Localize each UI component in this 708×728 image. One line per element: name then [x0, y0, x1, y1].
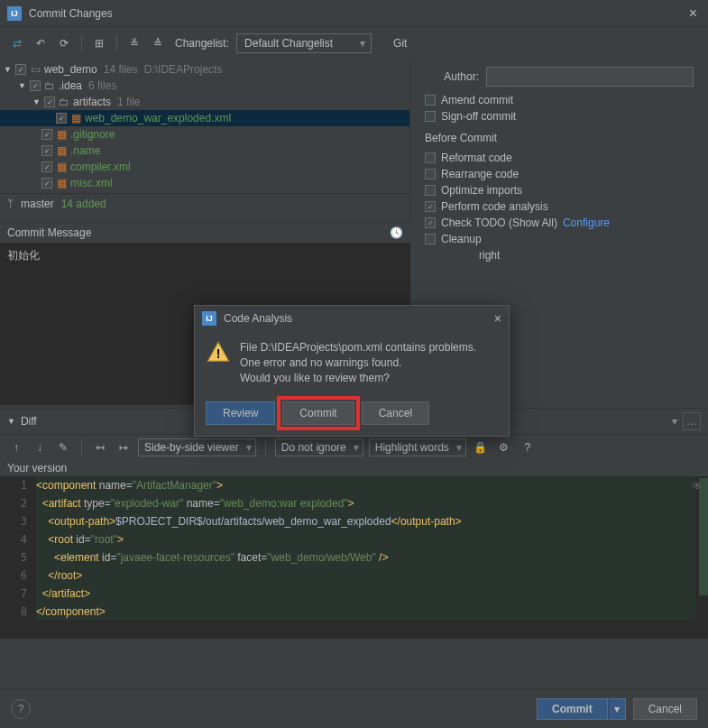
checkbox[interactable]	[41, 161, 52, 172]
changelist-dropdown[interactable]: Default Changelist	[236, 33, 372, 53]
expand-icon[interactable]: ↦	[115, 438, 133, 456]
reformat-checkbox[interactable]: Reformat code	[425, 152, 694, 164]
edit-icon[interactable]: ✎	[54, 438, 72, 456]
check-label: Perform code analysis	[441, 200, 548, 213]
version-label: Your version	[0, 460, 708, 476]
analysis-checkbox[interactable]: Perform code analysis	[425, 200, 694, 213]
prev-change-icon[interactable]: ↑	[7, 438, 25, 456]
tree-row-file[interactable]: ▦ misc.xml	[0, 175, 409, 191]
close-icon[interactable]: ×	[685, 5, 701, 22]
diff-dropdown-icon[interactable]: ▾	[672, 415, 677, 428]
select-value: Side-by-side viewer	[144, 441, 239, 454]
cancel-button[interactable]: Cancel	[362, 401, 429, 425]
separator	[81, 439, 82, 456]
tree-row-file[interactable]: ▦ compiler.xml	[0, 159, 409, 175]
select-value: Do not ignore	[281, 441, 346, 454]
check-label: Amend commit	[441, 94, 513, 106]
expand-icon[interactable]: ≚	[124, 33, 144, 53]
commit-button[interactable]: Commit	[282, 401, 354, 425]
tree-row-file[interactable]: ▦ .name	[0, 143, 409, 159]
checkbox-icon	[425, 152, 436, 163]
tree-row-idea[interactable]: ▼ 🗀 .idea 6 files	[0, 78, 409, 94]
xml-file-icon: ▦	[69, 112, 82, 124]
chevron-down-icon[interactable]: ▼	[7, 417, 15, 426]
collapse-icon[interactable]: ↤	[91, 438, 109, 456]
viewer-mode-select[interactable]: Side-by-side viewer	[138, 438, 256, 456]
highlight-mode-select[interactable]: Highlight words	[369, 438, 466, 456]
copyright-checkbox[interactable]: right	[425, 249, 694, 262]
select-value: Highlight words	[375, 441, 449, 454]
check-label: Cleanup	[441, 233, 482, 245]
ignore-mode-select[interactable]: Do not ignore	[275, 438, 363, 456]
diff-icon[interactable]: ⇄	[7, 33, 27, 53]
checkbox-icon	[425, 185, 436, 196]
checkbox[interactable]	[30, 80, 41, 91]
chevron-down-icon[interactable]: ▼	[32, 97, 41, 106]
lock-icon[interactable]: 🔒	[472, 438, 490, 456]
window-title: Commit Changes	[29, 7, 685, 20]
tree-meta: D:\IDEAProjects	[144, 63, 223, 76]
help-icon[interactable]: ?	[519, 438, 537, 456]
revert-icon[interactable]: ↶	[31, 33, 51, 53]
toolbar: ⇄ ↶ ⟳ ⊞ ≚ ≙ Changelist: Default Changeli…	[0, 27, 708, 60]
bottom-bar: ? Commit ▾ Cancel	[0, 688, 708, 728]
todo-checkbox[interactable]: Check TODO (Show All) Configure	[425, 217, 694, 229]
tree-meta: 1 file	[117, 96, 140, 108]
rearrange-checkbox[interactable]: Rearrange code	[425, 168, 694, 180]
checkbox[interactable]	[41, 178, 52, 189]
help-button[interactable]: ?	[11, 699, 31, 719]
next-change-icon[interactable]: ↓	[31, 438, 49, 456]
separator	[81, 35, 82, 51]
commit-button[interactable]: Commit	[537, 698, 608, 720]
group-icon[interactable]: ⊞	[89, 33, 109, 53]
tree-row-artifacts[interactable]: ▼ 🗀 artifacts 1 file	[0, 94, 409, 110]
diff-browse-button[interactable]: …	[683, 412, 701, 430]
checkbox-icon	[425, 234, 436, 244]
checkbox[interactable]	[56, 113, 67, 124]
tree-label: compiler.xml	[70, 161, 131, 173]
checkbox[interactable]	[15, 64, 26, 75]
cancel-button[interactable]: Cancel	[633, 698, 697, 720]
tree-row-file[interactable]: ▦ web_demo_war_exploded.xml	[0, 110, 409, 126]
check-label: Rearrange code	[441, 168, 519, 180]
commit-message-header: Commit Message 🕓	[0, 222, 410, 243]
author-input[interactable]	[486, 67, 694, 87]
cleanup-checkbox[interactable]: Cleanup	[425, 233, 694, 245]
xml-file-icon: ▦	[55, 177, 68, 189]
chevron-down-icon[interactable]: ▼	[4, 65, 13, 74]
tree-label: .idea	[59, 79, 82, 92]
code-editor[interactable]: 👁 1<component name="ArtifactManager"> 2 …	[0, 476, 708, 639]
branch-name: master	[21, 198, 54, 210]
folder-icon: 🗀	[58, 96, 70, 108]
checkbox[interactable]	[41, 145, 52, 156]
chevron-down-icon[interactable]: ▼	[18, 81, 27, 90]
review-button[interactable]: Review	[206, 401, 275, 425]
changelist-label: Changelist:	[175, 37, 229, 50]
commit-options-panel: Author: Amend commit Sign-off commit Bef…	[410, 60, 708, 222]
optimize-checkbox[interactable]: Optimize imports	[425, 184, 694, 197]
tree-row-root[interactable]: ▼ ▭ web_demo 14 files D:\IDEAProjects	[0, 61, 409, 78]
configure-link[interactable]: Configure	[563, 217, 610, 229]
checkbox[interactable]	[41, 129, 52, 140]
check-label: Reformat code	[441, 152, 512, 164]
gear-icon[interactable]: ⚙	[495, 438, 513, 456]
signoff-checkbox[interactable]: Sign-off commit	[425, 110, 694, 123]
tree-meta: 6 files	[88, 79, 116, 92]
xml-file-icon: ▦	[55, 161, 68, 173]
file-tree-panel: ▼ ▭ web_demo 14 files D:\IDEAProjects ▼ …	[0, 60, 410, 222]
commit-split-button[interactable]: Commit ▾	[537, 698, 626, 720]
branch-icon: ᛘ	[7, 198, 14, 210]
commit-dropdown-icon[interactable]: ▾	[608, 698, 626, 720]
tree-label: .name	[70, 144, 100, 157]
module-icon: ▭	[29, 63, 41, 76]
tree-row-file[interactable]: ▦ .gitignore	[0, 126, 409, 143]
collapse-icon[interactable]: ≙	[148, 33, 168, 53]
amend-commit-checkbox[interactable]: Amend commit	[425, 94, 694, 106]
close-icon[interactable]: ×	[494, 311, 501, 326]
checkbox-icon	[425, 217, 436, 228]
check-label: Optimize imports	[441, 184, 522, 197]
history-icon[interactable]: 🕓	[390, 226, 403, 239]
refresh-icon[interactable]: ⟳	[54, 33, 74, 53]
checkbox[interactable]	[44, 97, 55, 107]
modal-message: File D:\IDEAProjects\pom.xml contains pr…	[240, 340, 476, 385]
